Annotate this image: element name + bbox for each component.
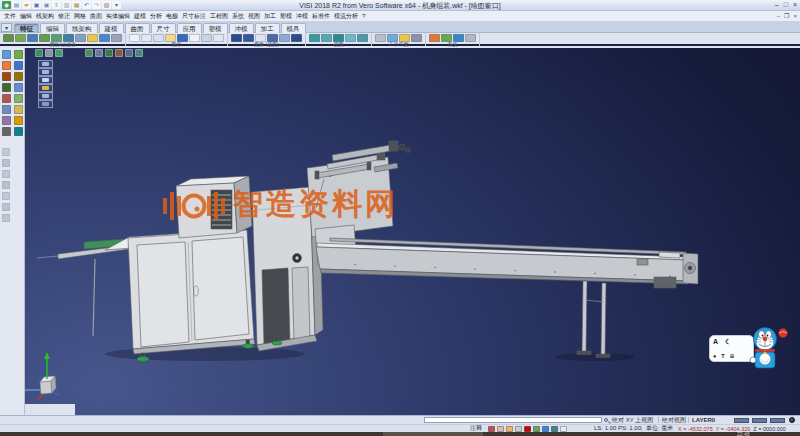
view-stack-icon[interactable]	[38, 76, 53, 84]
menu-item[interactable]: 冲模	[294, 11, 310, 21]
top-view-icon[interactable]	[321, 34, 332, 42]
ribbon-tab[interactable]: 曲面	[125, 23, 150, 33]
workplane-icon[interactable]	[375, 34, 386, 42]
mdi-restore-button[interactable]: ❐	[784, 11, 789, 21]
layer-swatch[interactable]	[752, 418, 767, 423]
refresh-icon[interactable]	[279, 34, 290, 42]
menu-item[interactable]: 系统	[230, 11, 246, 21]
inactive-tool-icon[interactable]	[2, 170, 10, 178]
side-view-icon[interactable]	[345, 34, 356, 42]
ribbon-tab[interactable]: 塑模	[203, 23, 228, 33]
menu-item[interactable]: 工程图	[208, 11, 230, 21]
menu-item[interactable]: 分析	[148, 11, 164, 21]
command-input[interactable]	[424, 417, 602, 423]
menu-item[interactable]: 视图	[246, 11, 262, 21]
inactive-tool-icon[interactable]	[2, 181, 10, 189]
ime-text-icon[interactable]: T	[721, 353, 724, 359]
help-icon[interactable]	[465, 34, 476, 42]
inactive-tool-icon[interactable]	[2, 214, 10, 222]
view-stack-icon[interactable]	[38, 68, 53, 76]
new-file-icon[interactable]: ▤	[12, 1, 21, 9]
workplane-mode-label[interactable]: 绝对 XY 上视图	[612, 416, 653, 424]
view-stack-icon[interactable]	[38, 100, 53, 108]
rotate-tool-icon[interactable]	[2, 105, 11, 114]
inactive-tool-icon[interactable]	[2, 159, 10, 167]
taskbar-segment[interactable]	[383, 432, 483, 436]
scale-tool-icon[interactable]	[14, 105, 23, 114]
menu-item[interactable]: 修正	[56, 11, 72, 21]
settings-icon[interactable]	[429, 34, 440, 42]
tab-overflow-button[interactable]: ▾	[1, 23, 12, 32]
offset-tool-icon[interactable]	[14, 83, 23, 92]
menu-item[interactable]: 实体编辑	[104, 11, 132, 21]
render-sphere-icon[interactable]	[789, 417, 795, 423]
grid-toggle-icon[interactable]	[45, 49, 53, 57]
save-all-icon[interactable]: ▣	[42, 1, 51, 9]
view-stack-icon[interactable]	[38, 92, 53, 100]
snap-tool-icon[interactable]	[14, 127, 23, 136]
active-layer-label[interactable]: LAYER0	[692, 416, 715, 424]
view-list-icon[interactable]	[95, 49, 103, 57]
trim-tool-icon[interactable]	[2, 83, 11, 92]
menu-item[interactable]: 文件	[2, 11, 18, 21]
menu-item[interactable]: 线架构	[34, 11, 56, 21]
rotate-view-icon[interactable]	[357, 34, 368, 42]
view-mode-label[interactable]: 绝对视图	[662, 416, 686, 424]
view-stack-icon[interactable]	[38, 60, 53, 68]
layer-swatch[interactable]	[770, 418, 785, 423]
reset-filter-icon[interactable]	[111, 34, 122, 42]
mdi-close-button[interactable]: ×	[793, 11, 797, 21]
menu-item[interactable]: 编辑	[18, 11, 34, 21]
ime-grid-icon[interactable]: ⊞	[730, 353, 735, 359]
ime-mode-letter[interactable]: A	[713, 338, 718, 345]
open-folder-icon[interactable]: ▰	[22, 1, 31, 9]
section-icon[interactable]	[201, 34, 212, 42]
arc-tool-icon[interactable]	[2, 72, 11, 81]
print-icon[interactable]: ▥	[62, 1, 71, 9]
menu-item[interactable]: 标准件	[310, 11, 332, 21]
render-mode-icon[interactable]	[35, 49, 43, 57]
camera-icon[interactable]	[135, 49, 143, 57]
menu-item[interactable]: 加工	[262, 11, 278, 21]
capture-icon[interactable]	[291, 34, 302, 42]
ribbon-tab[interactable]: 特征	[14, 23, 39, 33]
ribbon-tab[interactable]: 编辑	[40, 23, 65, 33]
view-stack-icon[interactable]	[38, 84, 53, 92]
ghost-icon[interactable]	[189, 34, 200, 42]
graphics-viewport[interactable]: 智造资料网 A ☾ ● T ⊞	[25, 48, 800, 415]
erase-tool-icon[interactable]	[2, 127, 11, 136]
maximize-button[interactable]: □	[784, 0, 788, 10]
menu-item[interactable]: 模流分析	[332, 11, 360, 21]
material-icon[interactable]	[115, 49, 123, 57]
close-button[interactable]: ×	[793, 0, 797, 10]
color-icon[interactable]	[27, 34, 38, 42]
qat-customize-icon[interactable]: ▾	[112, 1, 121, 9]
menu-item[interactable]: 建模	[132, 11, 148, 21]
ribbon-tab[interactable]: 建模	[99, 23, 124, 33]
shade-icon[interactable]	[129, 34, 140, 42]
inactive-tool-icon[interactable]	[2, 148, 10, 156]
line-type-icon[interactable]	[15, 34, 26, 42]
shade-toggle-icon[interactable]	[55, 49, 63, 57]
menu-item[interactable]: 塑模	[278, 11, 294, 21]
moon-icon[interactable]: ☾	[725, 338, 731, 345]
workplane-reset-icon[interactable]	[411, 34, 422, 42]
menu-item[interactable]: 曲面	[88, 11, 104, 21]
ime-dot-icon[interactable]: ●	[713, 353, 716, 359]
import-icon[interactable]: ⇪	[52, 1, 61, 9]
save-icon[interactable]: ▣	[32, 1, 41, 9]
element-info-icon[interactable]	[99, 34, 110, 42]
circle-tool-icon[interactable]	[14, 61, 23, 70]
menu-item[interactable]: 网格	[72, 11, 88, 21]
ribbon-tab[interactable]: 应用	[177, 23, 202, 33]
mask-icon[interactable]	[75, 34, 86, 42]
menu-item[interactable]: 电极	[164, 11, 180, 21]
view-cube-icon[interactable]	[85, 49, 93, 57]
ribbon-tab[interactable]: 模具	[281, 23, 306, 33]
undo-icon[interactable]: ↶	[82, 1, 91, 9]
move-tool-icon[interactable]	[14, 94, 23, 103]
stamp-icon[interactable]: ▨	[102, 1, 111, 9]
zoom-window-icon[interactable]	[243, 34, 254, 42]
ribbon-tab[interactable]: 尺寸	[151, 23, 176, 33]
dimension-tool-icon[interactable]	[2, 116, 11, 125]
